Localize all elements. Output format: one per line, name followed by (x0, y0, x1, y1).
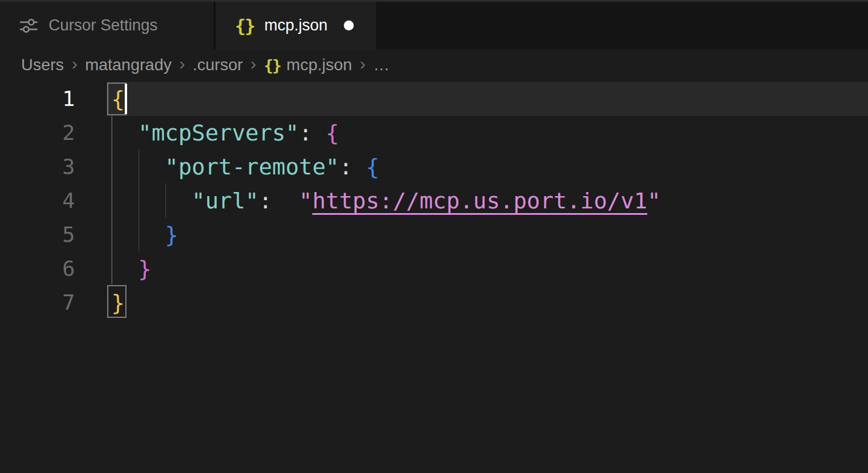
editor[interactable]: 1{2 "mcpServers": {3 "port-remote": {4 "… (0, 81, 868, 473)
breadcrumb: Users › matangrady › .cursor › {} mcp.js… (0, 49, 868, 81)
breadcrumb-item-ellipsis[interactable]: … (373, 56, 389, 74)
line-number: 2 (0, 116, 75, 150)
chevron-separator-icon: › (251, 54, 257, 74)
code-text: } (111, 286, 125, 320)
tab-cursor-settings[interactable]: Cursor Settings (0, 2, 216, 49)
code-text: } (111, 218, 178, 252)
code-lines[interactable]: 1{2 "mcpServers": {3 "port-remote": {4 "… (0, 81, 868, 320)
modified-dot[interactable] (344, 20, 354, 30)
line-number: 3 (0, 150, 75, 184)
code-line[interactable]: 1{ (0, 82, 868, 116)
code-text: "mcpServers": { (111, 116, 339, 150)
code-text: "port-remote": { (111, 150, 380, 184)
code-text: { (111, 82, 125, 116)
code-line[interactable]: 2 "mcpServers": { (0, 116, 868, 150)
tab-mcp-json[interactable]: {} mcp.json (216, 2, 376, 49)
tab-label: Cursor Settings (49, 16, 158, 35)
breadcrumb-item-matangrady[interactable]: matangrady (85, 56, 172, 74)
line-number: 5 (0, 218, 75, 252)
sliders-icon (18, 15, 40, 37)
code-line[interactable]: 3 "port-remote": { (0, 150, 868, 184)
line-number: 7 (0, 286, 75, 320)
breadcrumb-json-icon: {} (264, 56, 281, 74)
tab-bar: Cursor Settings {} mcp.json (0, 0, 868, 49)
chevron-separator-icon: › (360, 54, 365, 74)
chevron-separator-icon: › (71, 54, 77, 74)
code-line[interactable]: 5 } (0, 218, 868, 252)
breadcrumb-item-mcp-json[interactable]: mcp.json (286, 56, 352, 74)
code-line[interactable]: 6 } (0, 252, 868, 286)
line-number: 4 (0, 184, 75, 218)
tab-label: mcp.json (264, 16, 327, 35)
line-number: 6 (0, 252, 75, 286)
code-line[interactable]: 4 "url": "https://mcp.us.port.io/v1" (0, 184, 868, 218)
breadcrumb-item-cursor-dir[interactable]: .cursor (193, 56, 243, 74)
chevron-separator-icon: › (179, 54, 185, 74)
code-text: } (111, 252, 152, 286)
json-file-icon: {} (235, 15, 254, 36)
code-text: "url": "https://mcp.us.port.io/v1" (111, 184, 661, 218)
line-number: 1 (0, 82, 75, 116)
editor-window: Cursor Settings {} mcp.json Users › mata… (0, 0, 868, 473)
breadcrumb-item-users[interactable]: Users (21, 56, 64, 74)
code-line[interactable]: 7} (0, 286, 868, 320)
